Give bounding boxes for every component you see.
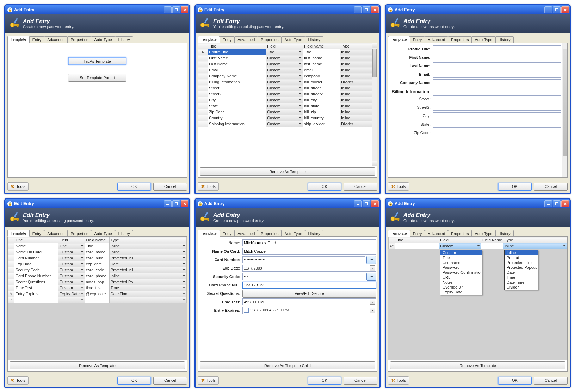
remove-as-template-child-button[interactable]: Remove As Template Child — [200, 361, 375, 369]
ok-button[interactable]: OK — [308, 377, 341, 385]
cell-type-dropdown[interactable]: Inline — [340, 55, 377, 61]
remove-as-template-button[interactable]: Remove As Template — [10, 361, 185, 369]
minimize-button[interactable] — [164, 6, 172, 13]
tab-properties[interactable]: Properties — [258, 36, 282, 43]
vertical-scrollbar[interactable] — [372, 43, 377, 166]
cancel-button[interactable]: Cancel — [153, 183, 187, 191]
ok-button[interactable]: OK — [117, 183, 151, 191]
cell-type-dropdown[interactable]: Divider — [340, 121, 377, 127]
cell-field-dropdown[interactable]: Custom — [266, 79, 303, 85]
text-input[interactable] — [242, 248, 376, 255]
col-type[interactable]: Type — [340, 43, 377, 49]
table-row[interactable]: Shipping InformationCustomship_dividerDi… — [198, 121, 377, 127]
cell-type-dropdown[interactable]: Inline — [340, 91, 377, 97]
cell-type-dropdown[interactable]: Inline — [340, 115, 377, 121]
tab-advanced[interactable]: Advanced — [425, 36, 448, 43]
minimize-button[interactable] — [544, 6, 552, 13]
col-field-name[interactable]: Field Name — [303, 43, 340, 49]
secure-input[interactable]: •••••••••••••••• — [242, 256, 365, 263]
tab-properties[interactable]: Properties — [448, 36, 472, 43]
cell-field-name[interactable]: time_test — [85, 285, 109, 291]
cell-field-name[interactable]: email — [303, 67, 340, 73]
cell-type-dropdown[interactable]: Protected Inli... — [109, 255, 186, 261]
dropdown-option[interactable]: Custom — [440, 250, 482, 255]
cell-field-name[interactable]: ship_divider — [303, 121, 340, 127]
text-input[interactable] — [242, 282, 376, 289]
text-input[interactable] — [242, 239, 376, 246]
tab-advanced[interactable]: Advanced — [234, 230, 258, 237]
table-row[interactable]: Card Phone NumberCustomcard_phoneInline — [8, 273, 187, 279]
cell-type-dropdown[interactable]: Inline — [340, 97, 377, 103]
tab-entry[interactable]: Entry — [220, 230, 235, 237]
calendar-dropdown-icon[interactable] — [370, 299, 375, 305]
minimize-button[interactable] — [164, 200, 172, 207]
field-dropdown-popup[interactable]: CustomTitleUsernamePasswordPassword Conf… — [440, 250, 482, 295]
tab-autotype[interactable]: Auto-Type — [281, 36, 305, 43]
tab-template[interactable]: Template — [7, 230, 30, 237]
maximize-button[interactable] — [363, 200, 370, 207]
cell-title[interactable]: Name — [14, 243, 58, 249]
tab-history[interactable]: History — [305, 230, 323, 237]
close-button[interactable] — [181, 200, 188, 207]
cell-title[interactable]: Email — [208, 67, 266, 73]
cell-title[interactable]: State — [208, 103, 266, 109]
cell-field-dropdown[interactable]: Custom — [58, 267, 85, 273]
cancel-button[interactable]: Cancel — [344, 183, 377, 191]
cell-type-dropdown[interactable]: Protected Inli... — [109, 267, 186, 273]
cell-type-dropdown[interactable]: Protected Po... — [109, 279, 186, 285]
ok-button[interactable]: OK — [498, 183, 532, 191]
text-input[interactable] — [433, 71, 561, 78]
cell-title[interactable]: Billing Information — [208, 79, 266, 85]
table-row[interactable]: Name On CardCustomcard_nameInline — [8, 249, 187, 255]
remove-as-template-button[interactable]: Remove As Template — [200, 167, 375, 176]
init-as-template-button[interactable]: Init As Template — [68, 57, 126, 65]
col-type[interactable]: Type — [503, 237, 567, 243]
tab-properties[interactable]: Properties — [258, 230, 282, 237]
tab-autotype[interactable]: Auto-Type — [471, 36, 495, 43]
dropdown-option[interactable]: URL — [440, 275, 482, 280]
dropdown-option[interactable]: Protected Inline — [505, 260, 538, 265]
cell-type-dropdown[interactable]: Inline — [340, 103, 377, 109]
table-row[interactable]: Exp DateCustomexp_dateDate — [8, 261, 187, 267]
tools-button[interactable]: 🛠Tools — [388, 376, 409, 385]
table-row-new[interactable]: * — [8, 297, 187, 303]
cell-title[interactable]: Company Name — [208, 73, 266, 79]
text-input[interactable] — [433, 79, 561, 86]
cell-type-dropdown[interactable]: Inline — [109, 273, 186, 279]
cell-field-name[interactable]: Title — [303, 49, 340, 55]
set-template-parent-button[interactable]: Set Template Parent — [68, 74, 126, 82]
cell-title[interactable]: Last Name — [208, 61, 266, 67]
remove-as-template-button[interactable]: Remove As Template — [390, 361, 565, 369]
dropdown-option[interactable]: Expiry Date — [440, 290, 482, 295]
col-field[interactable]: Field — [58, 237, 85, 243]
cancel-button[interactable]: Cancel — [153, 377, 187, 385]
col-field-name[interactable]: Field Name — [85, 237, 109, 243]
text-input[interactable] — [433, 121, 561, 128]
view-edit-secure-button[interactable]: View/Edit Secure — [242, 290, 376, 298]
tab-advanced[interactable]: Advanced — [425, 230, 448, 237]
cell-type-dropdown[interactable]: Date Time — [109, 291, 186, 297]
table-row[interactable]: StreetCustombill_streetInline — [198, 85, 377, 91]
cell-field-dropdown[interactable]: Expiry Date — [58, 291, 85, 297]
cell-field-name[interactable]: card_name — [85, 249, 109, 255]
cell-type-dropdown[interactable]: Inline — [340, 109, 377, 115]
cell-field-dropdown[interactable]: Custom — [266, 55, 303, 61]
cell-field-dropdown[interactable]: Custom — [58, 255, 85, 261]
maximize-button[interactable] — [553, 6, 561, 13]
dropdown-option[interactable]: Title — [440, 255, 482, 260]
text-input[interactable] — [433, 54, 561, 61]
text-input[interactable] — [433, 95, 561, 102]
minimize-button[interactable] — [354, 6, 362, 13]
col-title[interactable]: Title — [395, 237, 439, 243]
tab-entry[interactable]: Entry — [220, 36, 235, 43]
ok-button[interactable]: OK — [308, 183, 341, 191]
tab-entry[interactable]: Entry — [410, 36, 425, 43]
maximize-button[interactable] — [172, 200, 180, 207]
cell-field-dropdown[interactable]: Custom — [266, 85, 303, 91]
tab-autotype[interactable]: Auto-Type — [281, 230, 305, 237]
maximize-button[interactable] — [363, 6, 370, 13]
dropdown-option[interactable]: Date Time — [505, 280, 538, 285]
table-row[interactable]: Billing InformationCustombill_dividerDiv… — [198, 79, 377, 85]
cell-field-name[interactable]: notes_pop — [85, 279, 109, 285]
cell-field-dropdown[interactable]: Custom — [58, 285, 85, 291]
